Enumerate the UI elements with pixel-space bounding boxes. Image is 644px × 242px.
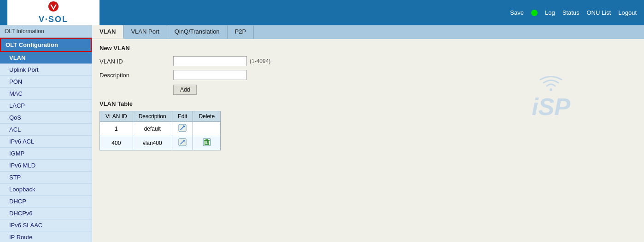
sidebar-item-igmp[interactable]: IGMP (0, 148, 92, 160)
vsol-logo-icon (45, 1, 62, 15)
svg-point-1 (550, 88, 552, 91)
header: V·SOL Save Log Status ONU List Logout (0, 0, 644, 25)
sidebar-item-ipv6-mld[interactable]: IPv6 MLD (0, 160, 92, 172)
description-input[interactable] (173, 70, 247, 80)
sidebar-item-pon[interactable]: PON (0, 76, 92, 88)
row1-description: default (133, 122, 172, 136)
vlan-id-hint: (1-4094) (250, 58, 270, 64)
sidebar-item-ipv6-acl[interactable]: IPv6 ACL (0, 136, 92, 148)
sidebar: OLT Information OLT Configuration VLAN U… (0, 25, 92, 242)
sidebar-item-ip-route[interactable]: IP Route (0, 231, 92, 242)
vlan-id-row: VLAN ID (1-4094) (100, 56, 637, 66)
add-button[interactable]: Add (173, 85, 197, 95)
row2-edit-cell (172, 136, 193, 150)
row2-delete-cell (193, 136, 221, 150)
sidebar-item-qos[interactable]: QoS (0, 112, 92, 124)
onu-list-link[interactable]: ONU List (587, 9, 611, 16)
row1-vlan-id: 1 (100, 122, 133, 136)
isp-text: iSP (532, 93, 570, 120)
sidebar-item-stp[interactable]: STP (0, 172, 92, 184)
row2-description: vlan400 (133, 136, 172, 150)
row1-edit-button[interactable] (178, 124, 187, 134)
tab-qinq-translation[interactable]: QinQ/Translation (167, 25, 228, 39)
description-label: Description (100, 72, 173, 79)
sidebar-item-dhcp[interactable]: DHCP (0, 196, 92, 207)
sidebar-item-dhcpv6[interactable]: DHCPv6 (0, 207, 92, 219)
sidebar-item-mac[interactable]: MAC (0, 88, 92, 100)
col-edit: Edit (172, 111, 193, 122)
status-indicator (531, 10, 538, 16)
row1-edit-cell (172, 122, 193, 136)
sidebar-item-acl[interactable]: ACL (0, 124, 92, 136)
main-layout: OLT Information OLT Configuration VLAN U… (0, 25, 644, 242)
content-area: VLAN VLAN Port QinQ/Translation P2P iS (92, 25, 644, 242)
olt-configuration-title: OLT Configuration (0, 38, 92, 52)
row2-vlan-id: 400 (100, 136, 133, 150)
logo-area: V·SOL (7, 0, 100, 25)
sidebar-item-lacp[interactable]: LACP (0, 100, 92, 112)
tab-vlan[interactable]: VLAN (92, 25, 123, 39)
log-link[interactable]: Log (545, 9, 555, 16)
save-button[interactable]: Save (510, 9, 524, 16)
logout-link[interactable]: Logout (618, 9, 637, 16)
new-vlan-title: New VLAN (100, 45, 637, 52)
sidebar-item-loopback[interactable]: Loopback (0, 184, 92, 196)
vlan-table: VLAN ID Description Edit Delete 1 defaul… (100, 111, 221, 150)
header-right: Save Log Status ONU List Logout (510, 9, 637, 16)
table-row: 400 vlan400 (100, 136, 221, 150)
tab-p2p[interactable]: P2P (228, 25, 254, 39)
col-delete: Delete (193, 111, 221, 122)
content-body: iSP New VLAN VLAN ID (1-4094) Descriptio… (92, 39, 644, 242)
sidebar-item-uplink-port[interactable]: Uplink Port (0, 64, 92, 76)
isp-watermark: iSP (532, 76, 570, 121)
col-vlan-id: VLAN ID (100, 111, 133, 122)
table-row: 1 default (100, 122, 221, 136)
row1-delete-cell (193, 122, 221, 136)
status-link[interactable]: Status (562, 9, 580, 16)
vlan-id-input[interactable] (173, 56, 247, 66)
row2-delete-button[interactable] (203, 138, 211, 148)
tab-vlan-port[interactable]: VLAN Port (123, 25, 167, 39)
sidebar-item-vlan[interactable]: VLAN (0, 52, 92, 64)
vlan-id-label: VLAN ID (100, 58, 173, 65)
sidebar-item-ipv6-slaac[interactable]: IPv6 SLAAC (0, 219, 92, 231)
logo-text: V·SOL (39, 15, 68, 24)
row2-edit-button[interactable] (178, 138, 187, 148)
tab-bar: VLAN VLAN Port QinQ/Translation P2P (92, 25, 644, 39)
olt-information-title: OLT Information (0, 25, 92, 38)
col-description: Description (133, 111, 172, 122)
logo: V·SOL (39, 1, 68, 24)
